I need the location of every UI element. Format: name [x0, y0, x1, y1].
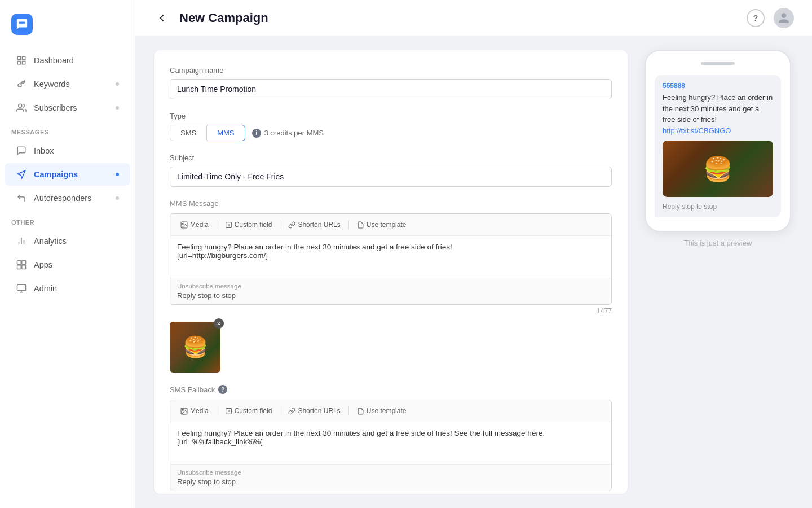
sidebar-item-label: Apps [34, 260, 52, 269]
sms-custom-field-button[interactable]: Custom field [220, 405, 277, 417]
svg-rect-0 [17, 56, 20, 59]
char-count: 1477 [170, 307, 612, 315]
campaign-name-input[interactable] [170, 79, 612, 99]
type-label: Type [170, 112, 612, 120]
sidebar-item-label: Inbox [34, 146, 54, 155]
type-credits-text: 3 credits per MMS [264, 129, 324, 137]
svg-rect-1 [23, 56, 25, 59]
campaign-name-label: Campaign name [170, 66, 612, 75]
svg-rect-13 [17, 284, 26, 291]
sms-use-template-button[interactable]: Use template [352, 405, 411, 417]
burger-preview-image: 🍔 [663, 141, 773, 197]
unsubscribe-label: Unsubscribe message [177, 283, 604, 290]
sidebar-item-dashboard[interactable]: Dashboard [5, 49, 130, 72]
attachment-image: 🍔 [170, 322, 220, 373]
monitor-icon [16, 283, 27, 294]
content-area: Campaign name Type SMS MMS i 3 credits p… [135, 36, 812, 508]
svg-rect-9 [17, 261, 21, 265]
sidebar-item-label: Analytics [34, 237, 67, 246]
sms-type-button[interactable]: SMS [170, 125, 207, 141]
use-template-label: Use template [367, 407, 407, 415]
sms-fallback-info-icon: ? [218, 385, 227, 394]
key-icon [16, 78, 27, 90]
sms-shorten-urls-button[interactable]: Shorten URLs [284, 405, 345, 417]
sidebar-item-apps[interactable]: Apps [5, 253, 130, 276]
sidebar-item-label: Subscribers [34, 103, 77, 112]
mms-message-box: Media Custom field Shorten URLs [170, 213, 612, 305]
sms-media-button[interactable]: Media [176, 405, 213, 417]
divider [348, 406, 349, 415]
sms-fallback-textarea[interactable]: Feeling hungry? Place an order in the ne… [170, 422, 611, 462]
unsubscribe-text: Reply stop to stop [177, 291, 604, 300]
mms-type-button[interactable]: MMS [207, 125, 245, 141]
top-bar-right: ? [747, 8, 794, 28]
media-label: Media [190, 221, 209, 229]
sidebar-item-autoresponders[interactable]: Autoresponders [5, 187, 130, 209]
attachment-area: 🍔 ✕ [170, 322, 220, 373]
sms-unsubscribe-box: Unsubscribe message Reply stop to stop [170, 464, 611, 491]
svg-rect-11 [17, 265, 21, 269]
sidebar-item-subscribers[interactable]: Subscribers [5, 97, 130, 119]
grid-icon [16, 55, 27, 66]
svg-point-22 [182, 409, 183, 410]
main-content: New Campaign ? Campaign name Type SMS [135, 0, 812, 508]
bubble-url: http://txt.st/CBGNGO [663, 126, 731, 135]
phone-notch [701, 62, 735, 65]
sidebar-item-analytics[interactable]: Analytics [5, 230, 130, 252]
shorten-urls-label: Shorten URLs [298, 407, 340, 415]
other-section-label: Other [0, 210, 135, 229]
media-label: Media [190, 407, 209, 415]
remove-attachment-button[interactable]: ✕ [214, 318, 224, 329]
form-card: Campaign name Type SMS MMS i 3 credits p… [153, 50, 628, 494]
type-buttons: SMS MMS [170, 125, 245, 141]
svg-point-4 [18, 84, 21, 87]
subject-label: Subject [170, 154, 612, 162]
bubble-image: 🍔 [663, 141, 773, 197]
custom-field-button[interactable]: Custom field [220, 218, 277, 231]
divider [217, 220, 217, 229]
reply-icon [16, 192, 27, 204]
mms-message-label: MMS Message [170, 199, 612, 208]
sidebar-item-campaigns[interactable]: Campaigns [5, 163, 130, 186]
sms-char-count: 10 [170, 493, 612, 494]
dot-indicator [116, 173, 119, 176]
sidebar-item-admin[interactable]: Admin [5, 277, 130, 300]
divider [280, 406, 280, 415]
type-info: i 3 credits per MMS [252, 129, 324, 138]
dot-indicator [116, 196, 119, 200]
help-button[interactable]: ? [747, 9, 765, 27]
use-template-button[interactable]: Use template [352, 218, 411, 231]
sidebar-item-keywords[interactable]: Keywords [5, 73, 130, 95]
bubble-sender: 555888 [663, 82, 773, 90]
shorten-urls-button[interactable]: Shorten URLs [284, 218, 345, 231]
megaphone-icon [16, 169, 27, 180]
svg-rect-2 [17, 62, 20, 64]
chart-icon [16, 235, 27, 247]
message-bubble: 555888 Feeling hungry? Place an order in… [655, 75, 781, 217]
divider [348, 220, 349, 229]
type-row: SMS MMS i 3 credits per MMS [170, 125, 612, 141]
messages-section-label: Messages [0, 120, 135, 139]
sms-fallback-box: Media Custom field Shorten URLs [170, 400, 612, 491]
sms-unsubscribe-text: Reply stop to stop [177, 478, 604, 486]
mms-unsubscribe-box: Unsubscribe message Reply stop to stop [170, 278, 611, 304]
users-icon [16, 102, 27, 113]
svg-point-17 [182, 223, 183, 224]
subject-input[interactable] [170, 167, 612, 187]
page-title: New Campaign [179, 11, 268, 25]
use-template-label: Use template [367, 221, 407, 229]
campaign-name-group: Campaign name [170, 66, 612, 99]
custom-field-label: Custom field [235, 407, 272, 415]
divider [280, 220, 280, 229]
sidebar-item-label: Admin [34, 284, 57, 293]
sms-fallback-group: SMS Fallback ? Media Custom field [170, 385, 612, 494]
inbox-icon [16, 145, 27, 156]
preview-panel: 555888 Feeling hungry? Place an order in… [642, 50, 794, 494]
media-button[interactable]: Media [176, 218, 213, 231]
sidebar-item-inbox[interactable]: Inbox [5, 139, 130, 162]
info-icon: i [252, 129, 261, 138]
back-button[interactable] [153, 10, 170, 27]
user-avatar[interactable] [774, 8, 794, 28]
mms-message-textarea[interactable]: Feeling hungry? Place an order in the ne… [170, 236, 611, 275]
sms-fallback-label: SMS Fallback ? [170, 385, 612, 394]
